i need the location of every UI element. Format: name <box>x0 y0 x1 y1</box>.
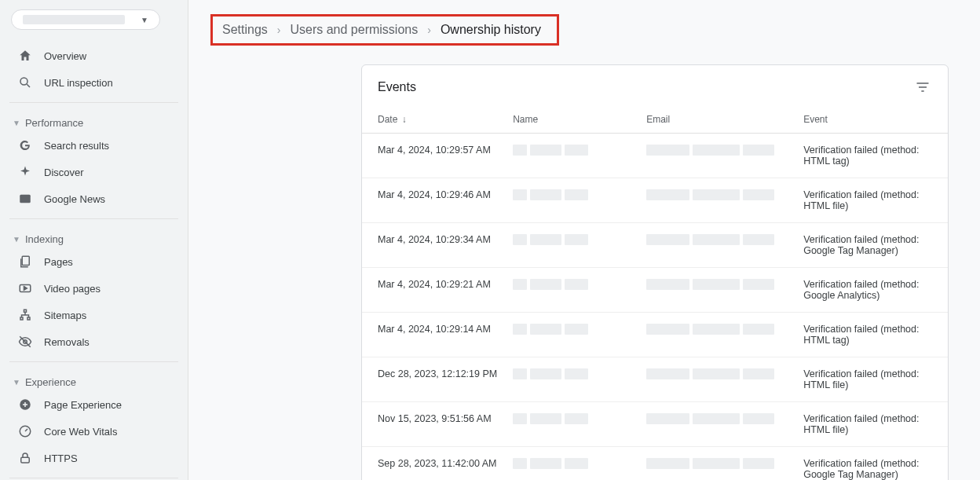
sidebar-item-discover[interactable]: Discover <box>6 159 181 185</box>
cell-email <box>646 313 803 357</box>
sidebar-item-page-experience[interactable]: Page Experience <box>6 391 181 418</box>
search-icon <box>17 75 33 90</box>
cell-date: Mar 4, 2024, 10:29:21 AM <box>362 268 513 313</box>
cell-date: Mar 4, 2024, 10:29:46 AM <box>362 178 513 223</box>
card-title: Events <box>378 80 416 94</box>
sidebar-item-label: Core Web Vitals <box>44 426 117 438</box>
news-icon <box>17 192 33 206</box>
cell-name <box>513 402 646 447</box>
video-icon <box>17 281 33 295</box>
cell-name <box>513 178 646 223</box>
cell-email <box>646 402 803 447</box>
svg-rect-11 <box>21 457 30 463</box>
sidebar-item-video-pages[interactable]: Video pages <box>6 275 181 302</box>
breadcrumb-current: Ownership history <box>441 23 541 37</box>
cell-email <box>646 447 803 481</box>
column-header-email[interactable]: Email <box>646 106 803 134</box>
events-table: Date ↓ Name Email Event Mar 4, 2024, 10:… <box>362 106 948 480</box>
divider <box>9 102 178 103</box>
plus-circle-icon <box>17 398 33 412</box>
events-card: Events Date ↓ Name Email Event <box>361 64 949 480</box>
divider <box>9 478 178 478</box>
sidebar-item-sitemaps[interactable]: Sitemaps <box>6 302 181 328</box>
cell-date: Mar 4, 2024, 10:29:57 AM <box>362 134 513 178</box>
cell-event: Verification failed (method: HTML file) <box>803 178 948 223</box>
cell-name <box>513 447 646 481</box>
column-header-event[interactable]: Event <box>803 106 948 134</box>
svg-rect-5 <box>24 310 27 312</box>
google-g-icon <box>17 138 33 152</box>
sitemap-icon <box>17 308 33 322</box>
cell-event: Verification failed (method: HTML tag) <box>803 134 948 178</box>
divider <box>9 218 178 219</box>
sidebar-item-search-results[interactable]: Search results <box>6 132 181 159</box>
sidebar-item-label: URL inspection <box>44 77 113 89</box>
sidebar-item-label: Search results <box>44 140 109 152</box>
sidebar-item-google-news[interactable]: Google News <box>6 185 181 212</box>
sidebar-item-url-inspection[interactable]: URL inspection <box>6 69 181 96</box>
column-header-name[interactable]: Name <box>513 106 646 134</box>
sidebar-item-label: Google News <box>44 193 105 205</box>
sidebar-item-core-web-vitals[interactable]: Core Web Vitals <box>6 418 181 445</box>
table-row: Mar 4, 2024, 10:29:21 AMVerification fai… <box>362 268 948 313</box>
cell-date: Dec 28, 2023, 12:12:19 PM <box>362 357 513 402</box>
sidebar-item-label: Page Experience <box>44 399 122 411</box>
sidebar: ▼ Overview URL inspection ▼ Performance … <box>0 0 188 480</box>
lock-icon <box>17 451 33 465</box>
cell-email <box>646 268 803 313</box>
section-title: Experience <box>25 376 76 388</box>
chevron-down-icon: ▼ <box>13 119 20 127</box>
svg-rect-2 <box>20 195 31 203</box>
filter-icon[interactable] <box>913 78 932 97</box>
chevron-right-icon: › <box>277 24 281 36</box>
table-row: Mar 4, 2024, 10:29:34 AMVerification fai… <box>362 223 948 268</box>
sidebar-item-label: Discover <box>44 167 84 178</box>
sidebar-item-label: Video pages <box>44 283 101 295</box>
cell-date: Mar 4, 2024, 10:29:14 AM <box>362 313 513 357</box>
chevron-down-icon: ▼ <box>13 235 20 244</box>
cell-email <box>646 178 803 223</box>
breadcrumb-users-permissions[interactable]: Users and permissions <box>290 23 418 37</box>
cell-date: Sep 28, 2023, 11:42:00 AM <box>362 447 513 481</box>
cell-event: Verification failed (method: HTML file) <box>803 402 948 447</box>
table-row: Mar 4, 2024, 10:29:46 AMVerification fai… <box>362 178 948 223</box>
pages-icon <box>17 255 33 269</box>
sidebar-item-overview[interactable]: Overview <box>6 42 181 69</box>
sidebar-section-indexing[interactable]: ▼ Indexing <box>6 225 181 248</box>
svg-line-1 <box>27 84 30 87</box>
svg-point-0 <box>20 78 27 85</box>
cell-email <box>646 134 803 178</box>
table-row: Sep 28, 2023, 11:42:00 AMVerification fa… <box>362 447 948 481</box>
arrow-down-icon: ↓ <box>402 114 407 125</box>
cell-event: Verification failed (method: Google Anal… <box>803 268 948 313</box>
svg-rect-3 <box>22 256 29 265</box>
property-selector[interactable]: ▼ <box>11 9 160 30</box>
column-label: Date <box>378 114 397 125</box>
sidebar-item-label: Sitemaps <box>44 310 86 321</box>
breadcrumb-settings[interactable]: Settings <box>222 23 268 37</box>
sidebar-item-label: Pages <box>44 256 73 268</box>
breadcrumb: Settings › Users and permissions › Owner… <box>210 14 559 46</box>
sidebar-item-pages[interactable]: Pages <box>6 248 181 275</box>
sidebar-item-removals[interactable]: Removals <box>6 328 181 355</box>
sidebar-item-label: Removals <box>44 336 90 348</box>
cell-name <box>513 223 646 268</box>
cell-name <box>513 268 646 313</box>
cell-date: Mar 4, 2024, 10:29:34 AM <box>362 223 513 268</box>
cell-event: Verification failed (method: Google Tag … <box>803 447 948 481</box>
cell-date: Nov 15, 2023, 9:51:56 AM <box>362 402 513 447</box>
sidebar-item-https[interactable]: HTTPS <box>6 445 181 471</box>
chevron-down-icon: ▼ <box>141 16 148 24</box>
home-icon <box>17 49 33 63</box>
discover-icon <box>17 165 33 179</box>
cell-event: Verification failed (method: Google Tag … <box>803 223 948 268</box>
sidebar-section-experience[interactable]: ▼ Experience <box>6 368 181 391</box>
divider <box>9 361 178 362</box>
cell-event: Verification failed (method: HTML tag) <box>803 313 948 357</box>
property-label <box>23 15 125 24</box>
column-header-date[interactable]: Date ↓ <box>362 106 513 134</box>
sidebar-item-label: Overview <box>44 50 86 62</box>
svg-rect-6 <box>20 317 23 320</box>
cell-email <box>646 223 803 268</box>
sidebar-section-performance[interactable]: ▼ Performance <box>6 109 181 132</box>
